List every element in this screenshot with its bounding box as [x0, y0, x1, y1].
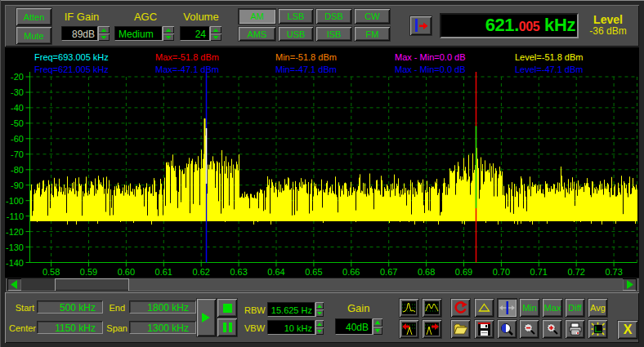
- svg-text:-90: -90: [11, 180, 24, 190]
- svg-text:Min=-51.8 dBm: Min=-51.8 dBm: [275, 52, 337, 62]
- svg-text:-80: -80: [11, 165, 24, 175]
- svg-text:0.60: 0.60: [118, 267, 135, 277]
- svg-text:-20: -20: [11, 72, 24, 82]
- svg-text:0.71: 0.71: [530, 267, 548, 277]
- svg-text:Level=-51.8 dBm: Level=-51.8 dBm: [515, 52, 583, 62]
- svg-text:0.73: 0.73: [605, 267, 622, 277]
- svg-text:0.72: 0.72: [567, 267, 584, 277]
- svg-text:0.66: 0.66: [342, 267, 360, 277]
- svg-text:-30: -30: [11, 87, 24, 97]
- svg-text:0.61: 0.61: [155, 267, 172, 277]
- svg-text:0.62: 0.62: [192, 267, 209, 277]
- svg-text:Level=-47.1 dBm: Level=-47.1 dBm: [515, 65, 583, 74]
- svg-text:Freq=621.005 kHz: Freq=621.005 kHz: [34, 65, 109, 74]
- svg-text:0.59: 0.59: [80, 267, 97, 277]
- svg-text:-140: -140: [6, 258, 24, 268]
- svg-text:-40: -40: [11, 103, 24, 113]
- svg-text:-110: -110: [7, 211, 24, 221]
- svg-text:Max=-47.1 dBm: Max=-47.1 dBm: [155, 65, 219, 74]
- svg-text:Min=-47.1 dBm: Min=-47.1 dBm: [275, 65, 337, 74]
- svg-text:-120: -120: [6, 227, 24, 237]
- svg-text:0.68: 0.68: [418, 267, 435, 277]
- svg-text:0.63: 0.63: [230, 267, 247, 277]
- svg-text:Freq=693.005 kHz: Freq=693.005 kHz: [34, 52, 109, 62]
- svg-text:Max - Min=0.0 dB: Max - Min=0.0 dB: [395, 52, 466, 62]
- svg-text:0.64: 0.64: [267, 267, 284, 277]
- svg-text:-50: -50: [11, 118, 24, 128]
- svg-text:Max - Min=0.0 dB: Max - Min=0.0 dB: [395, 65, 466, 74]
- svg-text:0.69: 0.69: [455, 267, 472, 277]
- svg-text:0.58: 0.58: [42, 267, 60, 277]
- svg-text:Max=-51.8 dBm: Max=-51.8 dBm: [155, 52, 219, 62]
- svg-text:-100: -100: [6, 196, 24, 206]
- svg-text:0.65: 0.65: [305, 267, 322, 277]
- svg-text:-60: -60: [11, 134, 24, 144]
- svg-text:0.70: 0.70: [493, 267, 510, 277]
- svg-text:-130: -130: [6, 242, 24, 252]
- svg-text:0.67: 0.67: [380, 267, 397, 277]
- svg-text:-70: -70: [11, 149, 24, 159]
